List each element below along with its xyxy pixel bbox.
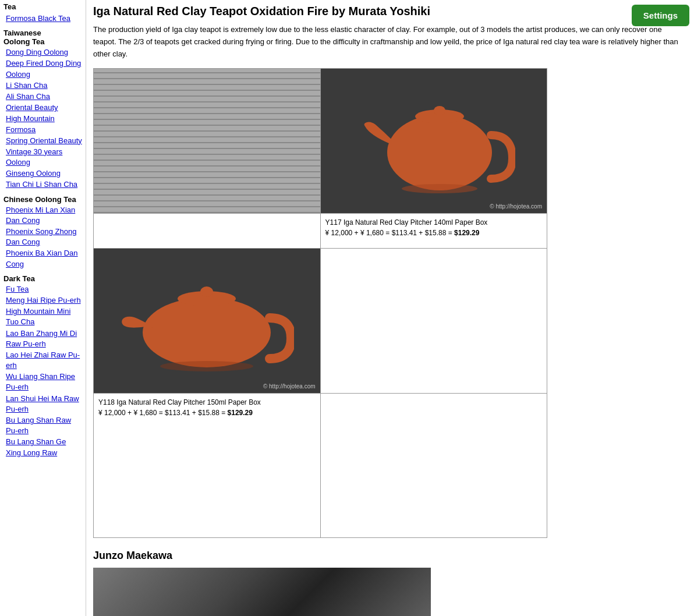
table-row-caption-1: Y117 Iga Natural Red Clay Pitcher 140ml … [94, 214, 547, 249]
product-image-striped [94, 69, 321, 214]
sidebar-item-lao-hei-zhai[interactable]: Lao Hei Zhai Raw Pu-erh [3, 350, 82, 371]
product-price-bold-y117: $129.29 [454, 229, 479, 237]
table-row-caption-2: Y118 Iga Natural Red Clay Pitcher 150ml … [94, 394, 547, 538]
sidebar-top-category: Tea [3, 2, 82, 11]
product-price-bold-y118: $129.29 [228, 409, 253, 417]
copyright-label-1: © http://hojotea.com [490, 203, 542, 210]
svg-point-2 [434, 106, 445, 115]
sidebar-item-spring-oriental-beauty[interactable]: Spring Oriental Beauty [3, 136, 82, 146]
product-price-y117: ¥ 12,000 + ¥ 1,680 = $113.41 + $15.88 = … [325, 228, 542, 238]
svg-point-6 [200, 286, 213, 297]
sidebar-item-formosa-black-tea[interactable]: Formosa Black Tea [3, 13, 82, 24]
sidebar-category-chinese-oolong: Chinese Oolong Tea [3, 195, 82, 204]
teapot-svg-1 [352, 83, 515, 199]
junzo-image-inner [93, 568, 431, 616]
sidebar-item-phoenix-ba-xian[interactable]: Phoenix Ba Xian Dan Cong [3, 248, 82, 269]
product-table: © http://hojotea.com Y117 Iga Natural Re… [93, 68, 547, 538]
junzo-section-title: Junzo Maekawa [93, 550, 687, 562]
svg-point-0 [387, 115, 492, 190]
product-image-y118: © http://hojotea.com [94, 249, 321, 394]
product-caption-y117: Y117 Iga Natural Red Clay Pitcher 140ml … [320, 214, 547, 249]
main-content: Settings Iga Natural Red Clay Teapot Oxi… [86, 0, 694, 616]
svg-point-3 [402, 184, 477, 193]
sidebar-category-taiwanese-oolong: TaiwaneseOolong Tea [3, 29, 82, 46]
junzo-image [93, 568, 431, 616]
teapot-svg-2 [119, 257, 294, 385]
table-row: © http://hojotea.com [94, 69, 547, 214]
sidebar-item-bu-lang-shan-ge[interactable]: Bu Lang Shan Ge Xing Long Raw [3, 437, 82, 458]
product-title-y118: Y118 Iga Natural Red Clay Pitcher 150ml … [98, 397, 316, 408]
sidebar-category-dark-tea: Dark Tea [3, 274, 82, 283]
sidebar-item-dong-ding-oolong[interactable]: Dong Ding Oolong [3, 47, 82, 58]
product-image-empty-3 [320, 394, 547, 538]
sidebar-item-high-mountain-formosa[interactable]: High Mountain Formosa [3, 114, 82, 134]
sidebar-item-li-shan-cha[interactable]: Li Shan Cha [3, 80, 82, 91]
product-image-empty-1 [94, 214, 321, 249]
sidebar-item-fu-tea[interactable]: Fu Tea [3, 284, 82, 295]
settings-button[interactable]: Settings [632, 5, 689, 26]
sidebar-item-oriental-beauty[interactable]: Oriental Beauty [3, 102, 82, 113]
sidebar-item-ginseng-oolong[interactable]: Ginseng Oolong [3, 168, 82, 179]
product-description: The production yield of Iga clay teapot … [93, 24, 687, 60]
sidebar-item-deep-fired[interactable]: Deep Fired Dong Ding Oolong [3, 58, 82, 79]
sidebar-item-tian-chi[interactable]: Tian Chi Li Shan Cha [3, 179, 82, 190]
copyright-label-2: © http://hojotea.com [263, 383, 316, 390]
product-title-y117: Y117 Iga Natural Red Clay Pitcher 140ml … [325, 217, 542, 228]
sidebar-item-meng-hai[interactable]: Meng Hai Ripe Pu-erh [3, 295, 82, 306]
sidebar-item-bu-lang-shan[interactable]: Bu Lang Shan Raw Pu-erh [3, 415, 82, 436]
svg-point-4 [143, 298, 271, 367]
table-row-teapot2: © http://hojotea.com [94, 249, 547, 394]
sidebar-item-lan-shui[interactable]: Lan Shui Hei Ma Raw Pu-erh [3, 394, 82, 415]
sidebar-item-vintage-30[interactable]: Vintage 30 years Oolong [3, 147, 82, 168]
teapot-image-2: © http://hojotea.com [94, 249, 320, 393]
sidebar-item-lao-ban-zhang[interactable]: Lao Ban Zhang Mi Di Raw Pu-erh [3, 328, 82, 349]
product-image-empty-2 [320, 249, 547, 394]
teapot-image-1: © http://hojotea.com [321, 69, 547, 213]
sidebar-item-ali-shan-cha[interactable]: Ali Shan Cha [3, 91, 82, 102]
product-price-y118: ¥ 12,000 + ¥ 1,680 = $113.41 + $15.88 = … [98, 408, 316, 418]
sidebar-item-phoenix-mi-lan[interactable]: Phoenix Mi Lan Xian Dan Cong [3, 205, 82, 226]
striped-image-placeholder [94, 69, 320, 213]
page-title: Iga Natural Red Clay Teapot Oxidation Fi… [93, 5, 617, 18]
sidebar-item-wu-liang-shan[interactable]: Wu Liang Shan Ripe Pu-erh [3, 371, 82, 392]
sidebar: Tea Formosa Black Tea TaiwaneseOolong Te… [0, 0, 86, 616]
sidebar-item-phoenix-song[interactable]: Phoenix Song Zhong Dan Cong [3, 226, 82, 247]
svg-point-7 [160, 361, 253, 371]
sidebar-item-high-mountain-mini[interactable]: High Mountain Mini Tuo Cha [3, 306, 82, 327]
product-caption-y118: Y118 Iga Natural Red Clay Pitcher 150ml … [94, 394, 321, 538]
product-image-y117-top: © http://hojotea.com [320, 69, 547, 214]
